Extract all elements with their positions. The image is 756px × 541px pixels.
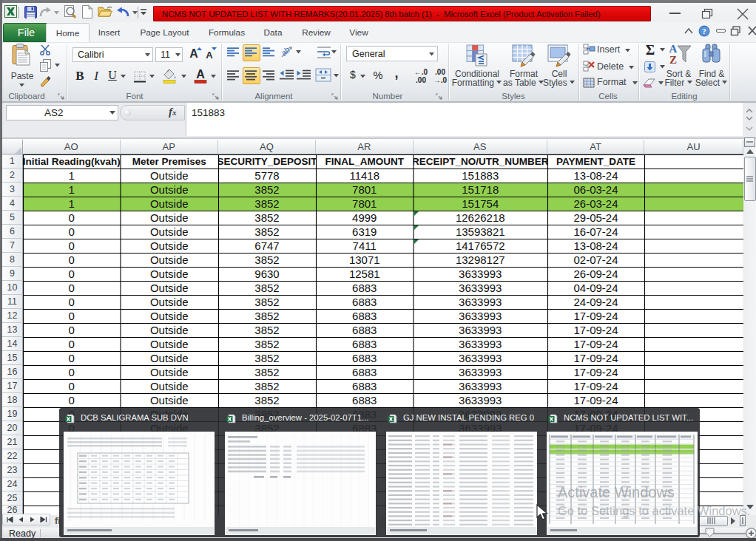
svg-text:A: A	[196, 68, 205, 81]
svg-text:.00: .00	[416, 76, 426, 84]
svg-text:←.0: ←.0	[414, 68, 428, 76]
svg-text:Z: Z	[669, 54, 677, 66]
svg-text:A: A	[669, 43, 678, 55]
svg-text:?: ?	[702, 27, 706, 35]
svg-text:ab: ab	[280, 45, 291, 58]
